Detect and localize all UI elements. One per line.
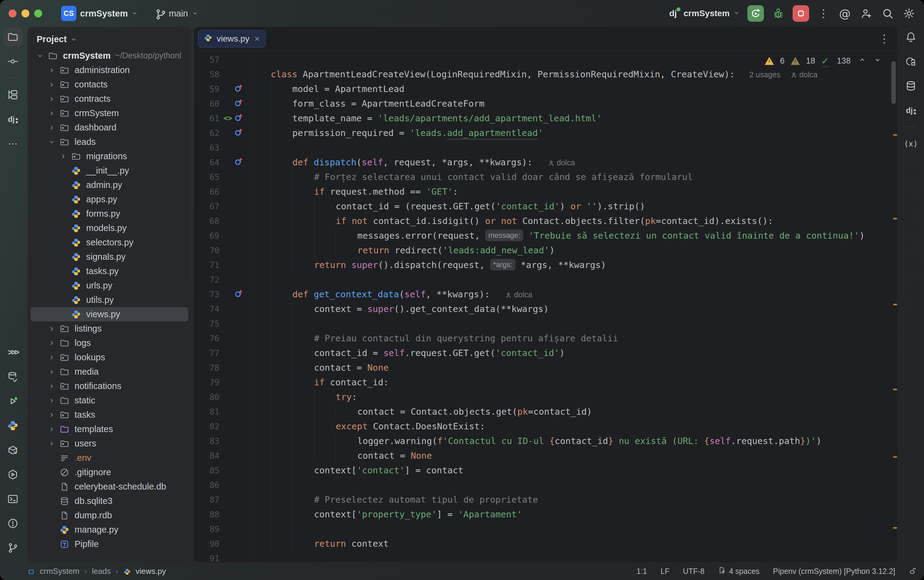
services-icon[interactable] xyxy=(3,465,22,484)
code-line[interactable]: 71return super().dispatch(request, *args… xyxy=(194,258,898,272)
line-number[interactable]: 63 xyxy=(194,143,219,153)
add-user-icon[interactable] xyxy=(859,7,873,20)
more-icon[interactable]: ⋯ xyxy=(3,134,22,153)
project-widget[interactable]: CS crmSystem xyxy=(61,6,138,21)
project-panel-header[interactable]: Project xyxy=(28,27,191,49)
file-encoding[interactable]: UTF-8 xyxy=(683,567,705,576)
line-number[interactable]: 65 xyxy=(194,172,219,182)
tree-item--env[interactable]: .env xyxy=(28,451,191,465)
tree-item-utils-py[interactable]: utils.py xyxy=(28,293,191,307)
code-line-text[interactable] xyxy=(250,522,314,536)
line-number[interactable]: 83 xyxy=(194,437,219,446)
code-line-text[interactable] xyxy=(250,52,271,67)
editor-options-kebab[interactable]: ⋮ xyxy=(879,32,890,45)
code-line[interactable]: 77contact_id = self.request.GET.get('con… xyxy=(194,346,898,360)
stop-button[interactable] xyxy=(792,5,809,22)
chevron-right-icon[interactable] xyxy=(48,426,56,433)
injected-html-icon[interactable]: <> xyxy=(223,115,232,122)
tree-item-views-py[interactable]: views.py xyxy=(31,307,188,321)
database-icon[interactable] xyxy=(901,76,920,96)
code-line-text[interactable] xyxy=(250,140,292,155)
code-line-text[interactable]: return redirect('leads:add_new_lead') xyxy=(250,243,555,258)
tree-item-dump-rdb[interactable]: dump.rdb xyxy=(28,508,191,522)
code-line-text[interactable]: context['property_type'] = 'Apartament' xyxy=(250,507,522,522)
code-line[interactable]: 59model = ApartmentLead xyxy=(194,82,898,96)
ai-assistant-icon[interactable]: @ xyxy=(838,7,852,20)
tree-item-signals-py[interactable]: signals.py xyxy=(28,250,191,264)
tree-item-contracts[interactable]: contracts xyxy=(28,92,191,106)
editor-scrollbar-thumb[interactable] xyxy=(891,61,896,104)
code-line[interactable]: 57 xyxy=(194,52,898,67)
code-line-text[interactable]: messages.error(request, message: 'Trebui… xyxy=(250,228,865,243)
code-line-text[interactable]: form_class = ApartmentLeadCreateForm xyxy=(250,96,484,111)
line-number[interactable]: 62 xyxy=(194,129,219,138)
breadcrumb-item[interactable]: crmSystem xyxy=(40,567,79,576)
tree-item-models-py[interactable]: models.py xyxy=(28,221,191,235)
tree-item-lookups[interactable]: lookups xyxy=(28,350,191,364)
indent-widget[interactable]: 4 spaces xyxy=(718,566,759,576)
tree-item-static[interactable]: static xyxy=(28,393,191,408)
chevron-down-icon[interactable] xyxy=(48,139,56,145)
tree-item-tasks[interactable]: tasks xyxy=(28,408,191,422)
tree-item-pipfile[interactable]: Pipfile xyxy=(28,537,191,551)
override-icon[interactable] xyxy=(234,98,243,109)
tree-item--init-py[interactable]: __init__.py xyxy=(28,163,191,178)
code-line[interactable]: 58class ApartmentLeadCreateView(LoginReq… xyxy=(194,67,898,82)
code-line-text[interactable]: contact = None xyxy=(250,360,389,375)
branch-widget[interactable]: main xyxy=(155,8,198,19)
code-line[interactable]: 75 xyxy=(194,316,898,331)
line-number[interactable]: 57 xyxy=(194,55,219,64)
override-icon[interactable] xyxy=(234,127,243,139)
line-number[interactable]: 69 xyxy=(194,231,219,241)
bell-icon[interactable] xyxy=(901,28,920,46)
chevron-right-icon[interactable] xyxy=(48,325,56,332)
run-configuration-widget[interactable]: dj crmSystem xyxy=(669,8,740,18)
line-number[interactable]: 75 xyxy=(194,319,219,328)
code-line[interactable]: 87# Preselectez automat tipul de proprie… xyxy=(194,492,898,507)
line-number[interactable]: 66 xyxy=(194,187,219,196)
chevron-right-icon[interactable] xyxy=(48,383,56,390)
chevron-right-icon[interactable] xyxy=(48,369,56,375)
caret-position[interactable]: 1:1 xyxy=(636,567,647,576)
tree-item-logs[interactable]: logs xyxy=(28,336,191,350)
ai-icon[interactable] xyxy=(901,52,920,71)
tree-item-selectors-py[interactable]: selectors.py xyxy=(28,235,191,250)
code-line-text[interactable]: model = ApartmentLead xyxy=(250,82,404,96)
minimize-window-button[interactable] xyxy=(21,10,29,17)
django-structure-icon[interactable]: dj xyxy=(3,110,22,129)
code-line-text[interactable] xyxy=(250,478,314,492)
line-number[interactable]: 91 xyxy=(194,554,219,563)
tab-views-py[interactable]: views.py × xyxy=(198,30,265,47)
breadcrumb-item[interactable]: views.py xyxy=(136,567,166,576)
zoom-window-button[interactable] xyxy=(34,10,42,17)
code-line[interactable]: 82except Contact.DoesNotExist: xyxy=(194,419,898,433)
tree-item-administration[interactable]: administration xyxy=(28,63,191,77)
code-line-text[interactable]: contact_id = self.request.GET.get('conta… xyxy=(250,346,565,360)
code-line-text[interactable]: contact = Contact.objects.get(pk=contact… xyxy=(250,404,592,419)
console-icon[interactable]: (x) xyxy=(901,134,920,153)
tree-item-migrations[interactable]: migrations xyxy=(28,149,191,163)
tree-item-admin-py[interactable]: admin.py xyxy=(28,178,191,192)
line-number[interactable]: 72 xyxy=(194,275,219,285)
line-number[interactable]: 64 xyxy=(194,158,219,167)
code-line-text[interactable] xyxy=(250,316,314,331)
code-line-text[interactable]: try: xyxy=(250,390,357,404)
tree-item-media[interactable]: media xyxy=(28,364,191,379)
tree-item-manage-py[interactable]: manage.py xyxy=(28,522,191,537)
code-line[interactable]: 83logger.warning(f'Contactul cu ID-ul {c… xyxy=(194,433,898,448)
commit-icon[interactable] xyxy=(3,52,22,71)
settings-gear-icon[interactable] xyxy=(902,7,916,20)
line-number[interactable]: 58 xyxy=(194,70,219,79)
line-number[interactable]: 61 xyxy=(194,114,219,123)
tree-item-templates[interactable]: templates xyxy=(28,422,191,437)
code-line[interactable]: 86 xyxy=(194,478,898,492)
line-number[interactable]: 85 xyxy=(194,466,219,475)
chevron-right-icon[interactable] xyxy=(48,67,56,74)
chevron-right-icon[interactable] xyxy=(48,440,56,447)
code-line[interactable]: 89 xyxy=(194,522,898,536)
code-line[interactable]: 67contact_id = (request.GET.get('contact… xyxy=(194,199,898,214)
code-line-text[interactable]: except Contact.DoesNotExist: xyxy=(250,419,485,433)
code-line-text[interactable]: # Preselectez automat tipul de proprieta… xyxy=(250,492,538,507)
python-interpreter[interactable]: Pipenv (crmSystem) [Python 3.12.2] xyxy=(773,567,895,576)
code-line[interactable]: 91 xyxy=(194,551,898,562)
